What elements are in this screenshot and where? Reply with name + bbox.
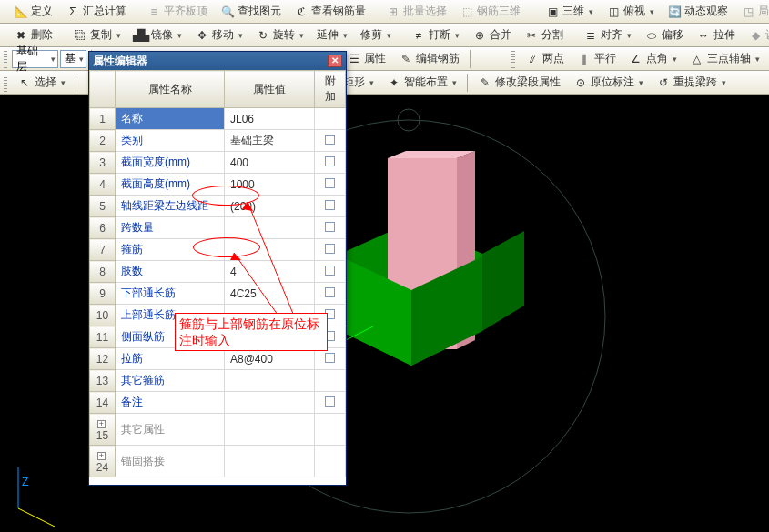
extend-dropdown[interactable]: 延伸 — [311, 25, 353, 45]
offset-button[interactable]: ⬭偏移 — [639, 25, 689, 45]
table-row[interactable]: 4截面高度(mm)1000 — [90, 174, 346, 196]
setpoint-button[interactable]: ◆设置夹点 — [743, 25, 769, 45]
prop-name[interactable]: 类别 — [116, 130, 225, 152]
col-name[interactable]: 属性名称 — [116, 71, 225, 108]
prop-value[interactable] — [225, 414, 315, 446]
prop-extra[interactable] — [315, 283, 346, 305]
checkbox[interactable] — [325, 331, 335, 341]
batchsel-button[interactable]: ⊞批量选择 — [380, 1, 452, 22]
prop-extra[interactable] — [315, 239, 346, 261]
prop-extra[interactable] — [315, 130, 346, 152]
table-row[interactable]: 5轴线距梁左边线距(200) — [90, 196, 346, 217]
prop-value[interactable] — [225, 305, 315, 326]
prop-name[interactable]: 肢数 — [116, 261, 225, 283]
table-row[interactable]: 11侧面纵筋N2C16 — [90, 326, 346, 348]
prop-name[interactable]: 拉筋 — [116, 348, 225, 370]
prop-name[interactable]: 侧面纵筋 — [116, 326, 225, 348]
prop-name[interactable]: 名称 — [116, 108, 225, 130]
prop-value[interactable]: 400 — [225, 152, 315, 174]
select-dropdown[interactable]: ↖选择 — [12, 72, 71, 93]
table-row[interactable]: 9下部通长筋4C25 — [90, 283, 346, 305]
twopoint-button[interactable]: ⫽两点 — [520, 48, 570, 69]
prop-extra[interactable] — [315, 446, 346, 477]
checkbox[interactable] — [325, 309, 335, 319]
findel-button[interactable]: 🔍查找图元 — [215, 1, 287, 22]
threept-dropdown[interactable]: △三点辅轴 — [684, 48, 765, 69]
prop-extra[interactable] — [315, 348, 346, 370]
expand-icon[interactable]: + — [97, 452, 106, 460]
flatboard-button[interactable]: ≡平齐板顶 — [141, 1, 213, 22]
prop-name[interactable]: 下部通长筋 — [116, 283, 225, 305]
merge-button[interactable]: ⊕合并 — [467, 25, 517, 45]
trim-dropdown[interactable]: 修剪 — [355, 25, 397, 45]
prop-value[interactable]: 4 — [225, 261, 315, 283]
prop-extra[interactable] — [315, 414, 346, 446]
prop-extra[interactable] — [315, 108, 346, 130]
prop-value[interactable]: 1000 — [225, 174, 315, 196]
attrs-button[interactable]: ☰属性 — [341, 48, 391, 69]
prop-extra[interactable] — [315, 217, 346, 239]
prop-value[interactable] — [225, 370, 315, 392]
viewrebar-button[interactable]: ℭ查看钢筋量 — [288, 1, 371, 22]
table-row[interactable]: 7箍筋 — [90, 239, 346, 261]
prop-extra[interactable] — [315, 174, 346, 196]
checkbox[interactable] — [325, 200, 335, 210]
prop-extra[interactable] — [315, 261, 346, 283]
prop-name[interactable]: 上部通长筋 — [116, 305, 225, 326]
table-row[interactable]: 14备注 — [90, 392, 346, 414]
align-dropdown[interactable]: ≣对齐 — [578, 25, 637, 45]
table-row[interactable]: 6跨数量 — [90, 217, 346, 239]
prop-value[interactable]: 基础主梁 — [225, 130, 315, 152]
expand-icon[interactable]: + — [97, 420, 106, 428]
prop-name[interactable]: 备注 — [116, 392, 225, 414]
dialog-titlebar[interactable]: 属性编辑器 ✕ — [89, 52, 346, 70]
prop-value[interactable]: A8@400 — [225, 348, 315, 370]
sumcalc-button[interactable]: Σ汇总计算 — [60, 1, 132, 22]
layer-combo[interactable]: 基础层▾ — [12, 50, 58, 68]
view3d-dropdown[interactable]: ▣三维 — [540, 1, 599, 22]
checkbox[interactable] — [325, 353, 335, 363]
editrebar-button[interactable]: ✎编辑钢筋 — [393, 48, 465, 69]
prop-name[interactable]: 锚固搭接 — [116, 446, 225, 477]
checkbox[interactable] — [325, 222, 335, 232]
prop-name[interactable]: 跨数量 — [116, 217, 225, 239]
prop-extra[interactable] — [315, 370, 346, 392]
rotate-dropdown[interactable]: ↻旋转 — [250, 25, 309, 45]
persp-dropdown[interactable]: ◫俯视 — [601, 1, 660, 22]
stretch-button[interactable]: ↔拉伸 — [691, 25, 741, 45]
table-row[interactable]: +24锚固搭接 — [90, 446, 346, 477]
prop-name[interactable]: 其它箍筋 — [116, 370, 225, 392]
col-value[interactable]: 属性值 — [225, 71, 315, 108]
prop-value[interactable] — [225, 446, 315, 477]
smartlay-dropdown[interactable]: ✦智能布置 — [381, 72, 462, 93]
table-row[interactable]: +15其它属性 — [90, 414, 346, 446]
checkbox[interactable] — [325, 178, 335, 188]
prop-name[interactable]: 截面高度(mm) — [116, 174, 225, 196]
split-button[interactable]: ✂分割 — [519, 25, 569, 45]
local3d-button[interactable]: ◳局部三维 — [735, 1, 769, 22]
prop-extra[interactable] — [315, 305, 346, 326]
define-button[interactable]: 📐定义 — [8, 1, 58, 22]
prop-value[interactable] — [225, 217, 315, 239]
prop-name[interactable]: 轴线距梁左边线距 — [116, 196, 225, 217]
prop-name[interactable]: 其它属性 — [116, 414, 225, 446]
table-row[interactable]: 13其它箍筋 — [90, 370, 346, 392]
checkbox[interactable] — [325, 156, 335, 166]
table-row[interactable]: 8肢数4 — [90, 261, 346, 283]
rebar3d-button[interactable]: ⬚钢筋三维 — [454, 1, 526, 22]
break-dropdown[interactable]: ≠打断 — [406, 25, 465, 45]
reliftspan-dropdown[interactable]: ↺重提梁跨 — [651, 72, 732, 93]
table-row[interactable]: 2类别基础主梁 — [90, 130, 346, 152]
prop-name[interactable]: 箍筋 — [116, 239, 225, 261]
prop-value[interactable]: N2C16 — [225, 326, 315, 348]
table-row[interactable]: 12拉筋A8@400 — [90, 348, 346, 370]
table-row[interactable]: 3截面宽度(mm)400 — [90, 152, 346, 174]
prop-extra[interactable] — [315, 392, 346, 414]
ptangle-dropdown[interactable]: ∠点角 — [623, 48, 683, 69]
col-extra[interactable]: 附加 — [315, 71, 346, 108]
modseg-button[interactable]: ✎修改梁段属性 — [472, 72, 566, 93]
move-dropdown[interactable]: ✥移动 — [189, 25, 248, 45]
prop-extra[interactable] — [315, 196, 346, 217]
close-button[interactable]: ✕ — [328, 55, 342, 67]
dynobs-button[interactable]: 🔄动态观察 — [662, 1, 734, 22]
